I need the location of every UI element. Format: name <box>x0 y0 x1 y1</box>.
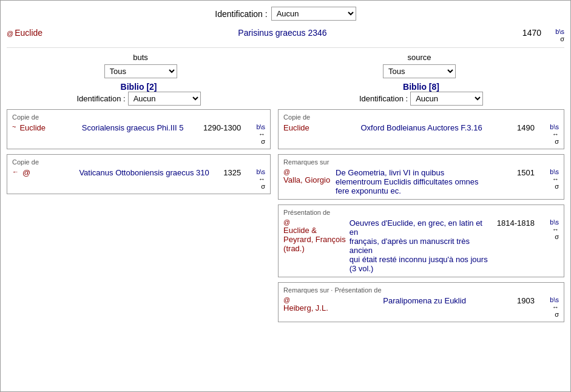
biblio-left-id-row: Identification : Aucun <box>76 92 200 106</box>
source-label: source <box>408 53 431 62</box>
card-right-4-arrow: ↔ <box>552 303 559 311</box>
card-right-2-content: @ Valla, Giorgio De Geometria, livri VI … <box>283 168 559 195</box>
buts-label: buts <box>133 53 148 62</box>
card-right-3-sigma: σ <box>555 233 559 240</box>
top-identification-label: Identification : <box>215 9 267 19</box>
card-right-2-work: De Geometria, livri VI in quibus element… <box>336 168 513 195</box>
source-select[interactable]: Tous <box>383 64 456 78</box>
card-left-1-type: Copie de <box>12 113 265 121</box>
source-section: source Tous <box>274 53 564 78</box>
buts-section: buts Tous <box>7 53 274 78</box>
buts-source-row: buts Tous source Tous <box>7 53 564 78</box>
card-right-3-bls: b\s <box>550 218 559 226</box>
manuscript-title: Parisinus graecus 2346 <box>232 28 333 38</box>
card-right-1-content: Euclide Oxford Bodleianus Auctores F.3.1… <box>283 123 559 145</box>
card-right-1-sigma: σ <box>555 138 559 145</box>
card-right-3-content: @ Euclide &Peyrard, François(trad.) Oeuv… <box>283 218 559 273</box>
card-left-2-meta: b\s ↔ σ <box>247 168 265 190</box>
biblio-right-title: Biblio [8] <box>403 82 439 92</box>
author-name: Euclide <box>15 28 42 38</box>
card-right-4-year: 1903 <box>517 296 535 305</box>
card-right-1-bls: b\s <box>550 123 559 130</box>
top-meta: b\s σ <box>546 28 564 42</box>
year-bls-block: 1470 b\s σ <box>522 28 564 42</box>
biblio-container: Biblio [2] Identification : Aucun Copie … <box>7 82 564 327</box>
main-container: Identification : Aucun @ Euclide Parisin… <box>0 0 571 392</box>
biblio-right-id-row: Identification : Aucun <box>359 92 483 106</box>
card-right-1-meta: b\s ↔ σ <box>541 123 559 145</box>
biblio-left-id-label: Identification : <box>76 94 125 103</box>
card-right-4-content: @ Heiberg, J.L. Paralipomena zu Euklid 1… <box>283 296 559 318</box>
card-right-4-manuscript: Paralipomena zu Euklid <box>336 296 513 305</box>
card-right-4-sigma: σ <box>555 311 559 318</box>
card-right-2-bls: b\s <box>550 168 559 175</box>
buts-select[interactable]: Tous <box>104 64 177 78</box>
card-left-1-meta: b\s ↔ σ <box>247 123 265 145</box>
card-right-1-author: Euclide <box>283 123 326 132</box>
biblio-right-id-label: Identification : <box>359 94 408 103</box>
card-left-1-bls: b\s <box>256 123 265 130</box>
card-right-2: Remarques sur @ Valla, Giorgio De Geomet… <box>278 154 564 200</box>
card-right-3-work: Oeuvres d'Euclide, en grec, en latin et … <box>350 218 493 273</box>
card-right-4: Remarques sur · Présentation de @ Heiber… <box>278 282 564 322</box>
top-sigma: σ <box>560 35 564 42</box>
card-left-1: Copie de ~ Euclide Scorialensis graecus … <box>7 109 271 149</box>
card-left-1-prefix: ~ <box>12 123 16 130</box>
card-right-2-prefix: @ <box>283 168 332 175</box>
card-left-2-type: Copie de <box>12 158 265 166</box>
card-right-3-type: Présentation de <box>283 209 559 216</box>
card-right-1-type: Copie de <box>283 113 559 121</box>
biblio-right: Biblio [8] Identification : Aucun Copie … <box>274 82 564 327</box>
card-right-4-meta: b\s ↔ σ <box>541 296 559 318</box>
card-right-3-author: Euclide &Peyrard, François(trad.) <box>283 226 346 253</box>
card-right-1-arrow: ↔ <box>552 130 559 138</box>
card-left-2-prefix: ← <box>12 168 19 175</box>
biblio-left-header: Biblio [2] Identification : Aucun <box>7 82 271 106</box>
card-right-3-prefix: @ <box>283 218 346 226</box>
card-right-4-author: Heiberg, J.L. <box>283 303 332 313</box>
card-right-3: Présentation de @ Euclide &Peyrard, Fran… <box>278 204 564 277</box>
card-left-2-author: @ <box>22 168 65 177</box>
biblio-right-header: Biblio [8] Identification : Aucun <box>278 82 564 106</box>
card-left-2-sigma: σ <box>261 183 265 190</box>
card-left-1-year: 1290-1300 <box>203 123 241 132</box>
biblio-left-title: Biblio [2] <box>121 82 157 92</box>
card-right-2-author: Valla, Giorgio <box>283 175 332 184</box>
card-right-4-type: Remarques sur · Présentation de <box>283 286 559 294</box>
top-identification-row: Identification : Aucun <box>7 7 564 21</box>
card-right-1: Copie de Euclide Oxford Bodleianus Aucto… <box>278 109 564 149</box>
card-left-2-year: 1325 <box>223 168 241 177</box>
card-left-2: Copie de ← @ Vaticanus Ottoboniensis gra… <box>7 154 271 194</box>
card-right-1-year: 1490 <box>517 123 535 132</box>
card-right-2-type: Remarques sur <box>283 158 559 166</box>
biblio-left-id-select[interactable]: Aucun <box>128 92 201 106</box>
card-right-4-prefix: @ <box>283 296 332 303</box>
card-left-1-content: ~ Euclide Scorialensis graecus Phi.III 5… <box>12 123 265 145</box>
card-right-2-arrow: ↔ <box>552 175 559 183</box>
year-text: 1470 <box>522 28 541 38</box>
card-right-2-sigma: σ <box>555 183 559 190</box>
card-left-1-sigma: σ <box>261 138 265 145</box>
card-left-2-manuscript: Vaticanus Ottoboniensis graecus 310 <box>69 168 220 177</box>
card-right-2-year: 1501 <box>517 168 535 177</box>
author-block: @ Euclide <box>7 28 42 38</box>
card-left-2-content: ← @ Vaticanus Ottoboniensis graecus 310 … <box>12 168 265 190</box>
card-left-2-arrow: ↔ <box>258 175 265 183</box>
card-right-2-meta: b\s ↔ σ <box>541 168 559 190</box>
card-right-3-meta: b\s ↔ σ <box>541 218 559 240</box>
biblio-left: Biblio [2] Identification : Aucun Copie … <box>7 82 274 327</box>
biblio-right-id-select[interactable]: Aucun <box>410 92 483 106</box>
manuscript-title-text: Parisinus graecus 2346 <box>232 28 333 38</box>
top-info-row: @ Euclide Parisinus graecus 2346 1470 b\… <box>7 28 564 48</box>
top-identification-select[interactable]: Aucun <box>271 7 356 21</box>
card-right-1-manuscript: Oxford Bodleianus Auctores F.3.16 <box>329 123 513 132</box>
top-bls: b\s <box>555 28 564 35</box>
card-left-1-author: Euclide <box>19 123 62 132</box>
card-right-4-bls: b\s <box>550 296 559 303</box>
card-left-1-manuscript: Scorialensis graecus Phi.III 5 <box>66 123 200 132</box>
card-right-3-year: 1814-1818 <box>497 218 535 228</box>
card-right-3-arrow: ↔ <box>552 226 559 233</box>
card-left-1-arrow: ↔ <box>258 130 265 138</box>
author-at-symbol: @ <box>7 30 13 37</box>
card-left-2-bls: b\s <box>256 168 265 175</box>
